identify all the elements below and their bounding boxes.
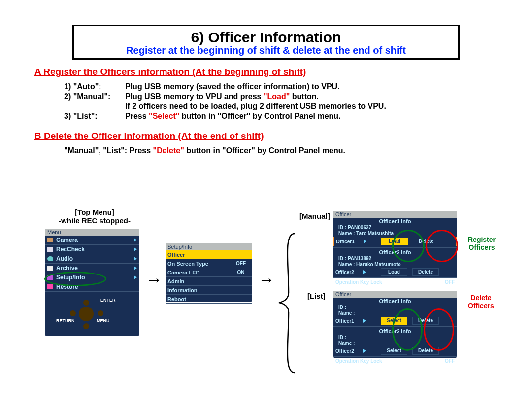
section-b-instruction: "Manual", "List": Press "Delete" button … xyxy=(64,146,512,155)
row-text: If 2 officers need to be loaded, plug 2 … xyxy=(125,102,388,112)
menu-item[interactable]: Archive xyxy=(45,264,139,273)
register-officers-label: RegisterOfficers xyxy=(468,236,496,251)
chevron-right-icon xyxy=(363,349,366,353)
top-menu-caption: [Top Menu] -while REC stopped- xyxy=(45,208,144,225)
chevron-right-icon xyxy=(363,270,366,274)
manual-panel: Officer Officer1 Info ID : PAN00627 Name… xyxy=(333,211,457,278)
delete-button[interactable]: Delete xyxy=(413,238,439,245)
restore-icon xyxy=(47,284,53,289)
field-name: Name : xyxy=(333,341,457,346)
field-name: Name : Haruko Matsumoto xyxy=(333,262,457,268)
chevron-right-icon xyxy=(134,266,137,270)
actor-label: Officer2 xyxy=(335,348,363,354)
setup-item[interactable]: On Screen TypeOFF xyxy=(166,259,252,268)
panel-title: Setup/Info xyxy=(166,243,252,250)
reccheck-icon xyxy=(47,247,53,252)
title-sub: Register at the beginning of shift & del… xyxy=(74,45,458,56)
arrow-right-icon: → xyxy=(146,270,163,289)
setup-icon xyxy=(47,275,53,280)
row-text: Plug USB memory to VPU and press "Load" … xyxy=(125,92,388,102)
select-button[interactable]: Select xyxy=(381,347,407,355)
keylock-label: Operation Key Lock xyxy=(335,279,382,285)
panel-title: Officer xyxy=(333,211,457,218)
actor-label: Officer1 xyxy=(336,239,364,244)
keylock-label: Operation Key Lock xyxy=(335,358,382,364)
keylock-value: OFF xyxy=(445,279,455,285)
section-header: Officer1 Info xyxy=(333,298,457,305)
setup-info-panel: Setup/Info Officer On Screen TypeOFF Cam… xyxy=(166,243,252,302)
audio-icon xyxy=(47,256,53,261)
panel-title: Officer xyxy=(333,291,457,298)
section-a-instructions: 1) "Auto": Plug USB memory (saved the of… xyxy=(64,82,388,122)
setup-item[interactable]: Admin xyxy=(166,277,252,286)
row-text: Press "Select" button in "Officer" by Co… xyxy=(125,112,388,122)
brace-icon xyxy=(274,229,303,367)
row-label xyxy=(64,102,125,112)
list-caption: [List] xyxy=(307,292,326,300)
chevron-right-icon xyxy=(134,275,137,279)
setup-item[interactable]: Camera LEDON xyxy=(166,268,252,277)
camera-icon xyxy=(47,238,53,242)
menu-item[interactable]: Audio xyxy=(45,254,139,264)
field-name: Name : xyxy=(333,310,457,316)
field-id: ID : PAN00627 xyxy=(333,225,457,231)
menu-item-setup[interactable]: Setup/Info xyxy=(45,273,139,282)
panel-title: Menu xyxy=(45,229,139,236)
row-label: 1) "Auto": xyxy=(64,82,125,92)
field-id: ID : PAN13892 xyxy=(333,256,457,262)
load-button[interactable]: Load xyxy=(381,238,408,245)
actor-label: Officer1 xyxy=(335,318,363,324)
manual-caption: [Manual] xyxy=(299,212,330,220)
chevron-right-icon xyxy=(134,247,137,251)
menu-item[interactable]: Restore xyxy=(45,282,139,292)
field-id: ID : xyxy=(333,305,457,310)
delete-button[interactable]: Delete xyxy=(412,268,439,276)
section-b-heading: B Delete the Officer information (At the… xyxy=(34,131,512,141)
row-label: 2) "Manual": xyxy=(64,92,125,102)
row-label: 3) "List": xyxy=(64,112,125,122)
select-button[interactable]: Select xyxy=(381,317,407,325)
section-header: Officer1 Info xyxy=(333,218,457,225)
section-a-heading: A Register the Officers information (At … xyxy=(34,67,512,77)
chevron-right-icon xyxy=(134,257,137,261)
keylock-value: OFF xyxy=(445,358,455,364)
title-main: 6) Officer Information xyxy=(74,29,458,46)
menu-item[interactable]: Camera xyxy=(45,236,139,245)
section-header: Officer2 Info xyxy=(333,249,457,256)
setup-item-officer[interactable]: Officer xyxy=(166,250,252,259)
load-button[interactable]: Load xyxy=(381,268,407,276)
arrow-right-icon: → xyxy=(258,270,275,289)
archive-icon xyxy=(47,266,53,271)
chevron-right-icon xyxy=(363,319,366,323)
delete-button[interactable]: Delete xyxy=(412,317,439,325)
actor-label: Officer2 xyxy=(335,270,363,275)
menu-item[interactable]: RecCheck xyxy=(45,245,139,254)
field-name: Name : Taro Matsushita xyxy=(333,231,457,237)
field-id: ID : xyxy=(333,335,457,341)
top-menu-panel: Menu Camera RecCheck Audio Archive Setup… xyxy=(45,229,139,336)
title-box: 6) Officer Information Register at the b… xyxy=(72,25,460,60)
chevron-right-icon xyxy=(134,238,137,242)
section-header: Officer2 Info xyxy=(333,328,457,335)
setup-item[interactable]: Information xyxy=(166,286,252,295)
delete-officers-label: DeleteOfficers xyxy=(468,294,494,309)
row-text: Plug USB memory (saved the officer infor… xyxy=(125,82,388,92)
setup-item[interactable]: Reboot xyxy=(166,295,252,304)
delete-button[interactable]: Delete xyxy=(412,347,439,355)
chevron-right-icon xyxy=(364,240,366,243)
list-panel: Officer Officer1 Info ID : Name : Office… xyxy=(333,291,457,358)
